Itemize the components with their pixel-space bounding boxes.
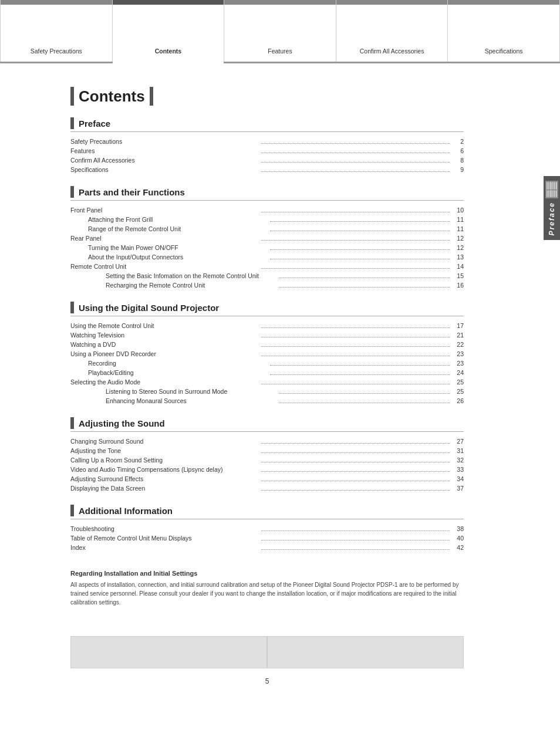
tab-features-label: Features [268, 48, 292, 55]
toc-dots [261, 462, 450, 462]
tab-safety-label: Safety Precautions [31, 48, 82, 55]
section-header-adjusting: Adjusting the Sound [70, 417, 464, 432]
tab-safety[interactable]: Safety Precautions [0, 0, 113, 62]
tab-specs[interactable]: Specifications [448, 0, 560, 62]
toc-dots [261, 471, 450, 472]
toc-page: 8 [452, 157, 464, 164]
toc-entry: Watching Television 21 [70, 330, 464, 340]
toc-entry: Troubleshooting 38 [70, 524, 464, 533]
toc-label: Recording [70, 360, 268, 367]
section-bar-preface [70, 117, 74, 129]
toc-dots [270, 249, 450, 250]
toc-label: Specifications [70, 166, 259, 173]
toc-label: Remote Control Unit [70, 263, 259, 270]
dot [548, 190, 549, 198]
toc-dots [279, 393, 450, 394]
toc-page: 17 [452, 322, 464, 329]
dot [552, 182, 554, 190]
toc-dots [261, 530, 450, 531]
toc-entry: Playback/Editing 24 [70, 368, 464, 377]
toc-label: Index [70, 544, 259, 551]
toc-page: 23 [452, 350, 464, 357]
toc-entry: Displaying the Data Screen 37 [70, 484, 464, 493]
section-title-parts: Parts and their Functions [79, 187, 185, 197]
toc-page: 27 [452, 438, 464, 445]
toc-page: 9 [452, 166, 464, 173]
toc-page: 24 [452, 369, 464, 376]
toc-entry: Attaching the Front Grill 11 [70, 215, 464, 224]
toc-entry: Range of the Remote Control Unit 11 [70, 224, 464, 234]
toc-page: 11 [452, 216, 464, 223]
bottom-note-title: Regarding Installation and Initial Setti… [70, 570, 464, 577]
tab-contents[interactable]: Contents [113, 0, 225, 62]
toc-page: 38 [452, 525, 464, 532]
toc-label: Range of the Remote Control Unit [70, 225, 268, 232]
toc-dots [261, 481, 450, 481]
side-tab-label: Preface [548, 202, 556, 235]
toc-label: About the Input/Output Connectors [70, 254, 268, 261]
toc-label: Rear Panel [70, 235, 259, 242]
section-bar-digital [70, 302, 74, 313]
dot [556, 182, 557, 190]
toc-dots [261, 162, 450, 163]
toc-dots [270, 259, 450, 259]
toc-entry: Safety Precautions 2 [70, 137, 464, 146]
toc-dots [279, 278, 450, 278]
contents-title: Contents [70, 87, 464, 106]
toc-label: Safety Precautions [70, 138, 259, 145]
toc-label: Selecting the Audio Mode [70, 378, 259, 386]
toc-entry: Enhancing Monaural Sources 26 [70, 396, 464, 405]
toc-page: 25 [452, 388, 464, 395]
toc-entry: Confirm All Accessories 8 [70, 156, 464, 165]
title-bar-left [70, 87, 74, 106]
toc-label: Troubleshooting [70, 525, 259, 532]
toc-entry: Watching a DVD 22 [70, 340, 464, 349]
toc-dots [261, 143, 450, 144]
bottom-boxes [70, 636, 464, 668]
dot [546, 182, 548, 190]
dot [552, 190, 554, 198]
toc-entry: Changing Surround Sound 27 [70, 437, 464, 446]
section-parts: Parts and their Functions Front Panel 10… [70, 186, 464, 290]
dot [550, 182, 551, 190]
toc-page: 32 [452, 457, 464, 464]
bottom-box-right [267, 636, 464, 668]
toc-page: 40 [452, 535, 464, 542]
title-bar-right [150, 87, 153, 106]
toc-dots [261, 268, 450, 269]
tab-features[interactable]: Features [224, 0, 336, 62]
toc-page: 15 [452, 272, 464, 279]
toc-page: 26 [452, 397, 464, 404]
toc-page: 16 [452, 282, 464, 289]
toc-entry: Using the Remote Control Unit 17 [70, 321, 464, 330]
toc-label: Displaying the Data Screen [70, 485, 259, 492]
toc-dots [261, 549, 450, 550]
toc-page: 10 [452, 207, 464, 214]
section-additional: Additional Information Troubleshooting 3… [70, 505, 464, 552]
toc-page: 37 [452, 485, 464, 492]
toc-entry: Remote Control Unit 14 [70, 262, 464, 271]
toc-dots [270, 374, 450, 375]
toc-label: Adjusting the Tone [70, 447, 259, 454]
toc-label: Table of Remote Control Unit Menu Displa… [70, 535, 259, 542]
toc-entry: Rear Panel 12 [70, 234, 464, 243]
toc-entry: About the Input/Output Connectors 13 [70, 252, 464, 262]
tab-confirm[interactable]: Confirm All Accessories [336, 0, 448, 62]
toc-dots [261, 540, 450, 540]
toc-page: 14 [452, 263, 464, 270]
toc-entry: Adjusting the Tone 31 [70, 446, 464, 455]
toc-entry: Adjusting Surround Effects 34 [70, 474, 464, 484]
toc-page: 23 [452, 360, 464, 367]
dot [554, 182, 555, 190]
toc-dots [270, 231, 450, 231]
toc-dots [261, 443, 450, 444]
toc-entry: Setting the Basic Infomation on the Remo… [70, 271, 464, 280]
toc-dots [261, 212, 450, 212]
section-bar-adjusting [70, 417, 74, 429]
toc-entry: Turning the Main Power ON/OFF 12 [70, 243, 464, 252]
toc-label: Recharging the Remote Control Unit [70, 282, 276, 289]
toc-dots [261, 346, 450, 347]
toc-page: 6 [452, 147, 464, 154]
toc-page: 31 [452, 447, 464, 454]
toc-label: Turning the Main Power ON/OFF [70, 244, 268, 251]
